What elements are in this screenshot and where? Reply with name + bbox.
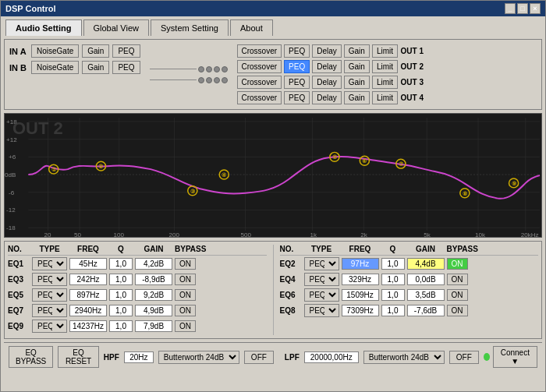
out3-label: OUT 3 [400, 78, 424, 87]
tab-system-setting[interactable]: System Setting [151, 19, 229, 36]
svg-text:-12: -12 [6, 207, 16, 214]
out3-peq[interactable]: PEQ [284, 76, 310, 89]
out2-delay[interactable]: Delay [312, 60, 342, 73]
eq7-row: EQ7 PEQ ON [8, 304, 267, 317]
eq9-type-select[interactable]: PEQ [32, 320, 67, 333]
eq4-freq-input[interactable] [342, 274, 379, 285]
in-b-noisegate[interactable]: NoiseGate [31, 61, 79, 74]
header-freq-right: FREQ [342, 245, 379, 253]
maximize-button[interactable]: □ [517, 3, 528, 14]
eq2-type-select[interactable]: PEQ [304, 257, 339, 270]
out2-gain[interactable]: Gain [344, 60, 370, 73]
out4-gain[interactable]: Gain [344, 91, 370, 104]
eq4-type-select[interactable]: PEQ [304, 273, 339, 286]
eq4-q-input[interactable] [381, 274, 405, 285]
eq9-freq-input[interactable] [69, 320, 107, 332]
eq9-num: EQ9 [8, 322, 30, 330]
eq7-gain-input[interactable] [135, 305, 172, 316]
eq2-freq-input[interactable] [342, 258, 379, 270]
hpf-off-button[interactable]: OFF [244, 351, 274, 364]
eq-bypass-button[interactable]: EQ BYPASS [9, 346, 53, 368]
out2-peq[interactable]: PEQ [284, 60, 310, 73]
out1-delay[interactable]: Delay [312, 44, 342, 58]
out3-crossover[interactable]: Crossover [237, 76, 282, 89]
close-button[interactable]: × [530, 3, 541, 14]
eq8-q-input[interactable] [381, 305, 405, 316]
tab-about[interactable]: About [230, 19, 273, 36]
out3-delay[interactable]: Delay [312, 76, 342, 89]
eq5-q-input[interactable] [109, 289, 133, 301]
svg-text:③: ③ [190, 189, 196, 194]
eq9-gain-input[interactable] [135, 320, 172, 332]
minimize-button[interactable]: _ [505, 3, 516, 14]
eq9-bypass-btn[interactable]: ON [175, 320, 196, 332]
eq1-freq-input[interactable] [69, 258, 107, 270]
header-q-right: Q [381, 245, 405, 253]
eq5-bypass-btn[interactable]: ON [175, 289, 196, 301]
eq6-gain-input[interactable] [407, 289, 445, 301]
in-b-gain[interactable]: Gain [82, 61, 109, 74]
out1-crossover[interactable]: Crossover [237, 44, 282, 58]
out4-delay[interactable]: Delay [312, 91, 342, 104]
eq5-gain-input[interactable] [135, 289, 172, 301]
eq6-type-select[interactable]: PEQ [304, 288, 339, 302]
eq8-freq-input[interactable] [342, 305, 379, 316]
in-a-gain[interactable]: Gain [82, 44, 109, 58]
in-a-peq[interactable]: PEQ [112, 44, 140, 58]
out1-gain[interactable]: Gain [344, 44, 370, 58]
in-b-peq[interactable]: PEQ [112, 61, 140, 74]
lpf-filter-select[interactable]: Butterworth 24dB [363, 351, 445, 364]
out2-crossover[interactable]: Crossover [237, 60, 282, 73]
eq5-type-select[interactable]: PEQ [32, 288, 67, 302]
header-gain-left: GAIN [135, 245, 172, 253]
eq3-gain-input[interactable] [135, 274, 172, 285]
eq8-bypass-btn[interactable]: ON [447, 305, 468, 316]
out3-limit[interactable]: Limit [372, 76, 398, 89]
out3-gain[interactable]: Gain [344, 76, 370, 89]
eq1-bypass-btn[interactable]: ON [175, 258, 196, 270]
eq2-gain-input[interactable] [407, 258, 445, 270]
eq9-q-input[interactable] [109, 320, 133, 332]
eq1-type-select[interactable]: PEQ [32, 257, 67, 270]
out4-crossover[interactable]: Crossover [237, 91, 282, 104]
eq6-q-input[interactable] [381, 289, 405, 301]
out2-limit[interactable]: Limit [372, 60, 398, 73]
connect-button[interactable]: Connect ▼ [493, 346, 537, 368]
eq5-freq-input[interactable] [69, 289, 107, 301]
tab-audio-setting[interactable]: Audio Setting [5, 19, 82, 36]
tab-bar: Audio Setting Global View System Setting… [1, 16, 545, 36]
lpf-freq-input[interactable] [304, 351, 359, 363]
out1-limit[interactable]: Limit [372, 44, 398, 58]
in-a-noisegate[interactable]: NoiseGate [31, 44, 79, 58]
eq4-bypass-btn[interactable]: ON [447, 274, 468, 285]
eq8-type-select[interactable]: PEQ [304, 304, 339, 317]
eq-reset-button[interactable]: EQ RESET [58, 346, 99, 368]
out4-peq[interactable]: PEQ [284, 91, 310, 104]
eq7-bypass-btn[interactable]: ON [175, 305, 196, 316]
eq1-q-input[interactable] [109, 258, 133, 270]
tab-global-view[interactable]: Global View [83, 19, 150, 36]
eq3-freq-input[interactable] [69, 274, 107, 285]
eq6-freq-input[interactable] [342, 289, 379, 301]
eq6-bypass-btn[interactable]: ON [447, 289, 468, 301]
out1-label: OUT 1 [400, 47, 424, 55]
main-window: DSP Control _ □ × Audio Setting Global V… [0, 0, 546, 392]
hpf-freq-input[interactable] [124, 351, 154, 363]
eq8-gain-input[interactable] [407, 305, 445, 316]
eq1-gain-input[interactable] [135, 258, 172, 270]
eq3-q-input[interactable] [109, 274, 133, 285]
window-controls: _ □ × [505, 3, 541, 14]
hpf-filter-select[interactable]: Butterworth 24dB [158, 351, 239, 364]
out4-limit[interactable]: Limit [372, 91, 398, 104]
eq3-bypass-btn[interactable]: ON [175, 274, 196, 285]
out1-peq[interactable]: PEQ [284, 44, 310, 58]
eq4-gain-input[interactable] [407, 274, 445, 285]
eq7-q-input[interactable] [109, 305, 133, 316]
eq3-type-select[interactable]: PEQ [32, 273, 67, 286]
eq2-q-input[interactable] [381, 258, 405, 270]
eq2-bypass-btn[interactable]: ON [447, 258, 468, 270]
eq7-freq-input[interactable] [69, 305, 107, 316]
eq7-type-select[interactable]: PEQ [32, 304, 67, 317]
eq1-row: EQ1 PEQ ON [8, 257, 267, 270]
lpf-off-button[interactable]: OFF [449, 351, 479, 364]
